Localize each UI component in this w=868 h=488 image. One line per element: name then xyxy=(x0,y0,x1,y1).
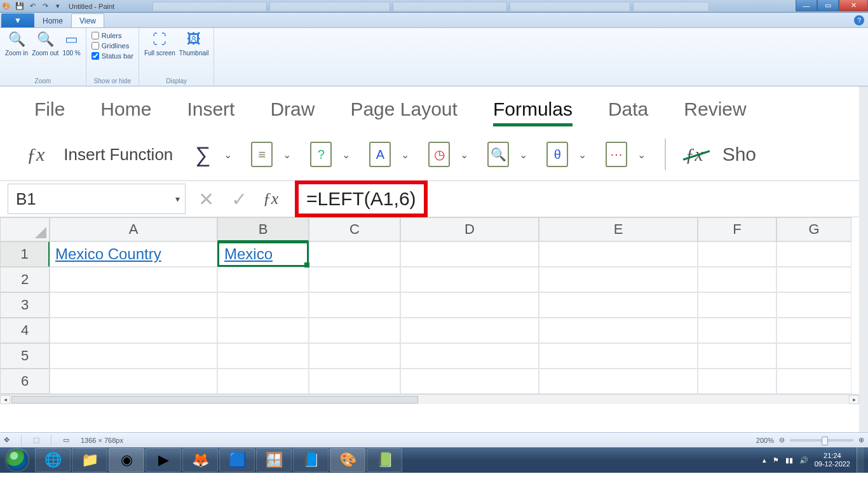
cell-a1[interactable]: Mexico Country xyxy=(50,241,217,267)
taskbar-word[interactable]: 📘 xyxy=(293,448,329,472)
taskbar-chrome[interactable]: ◉ xyxy=(109,448,144,472)
cell-d1[interactable] xyxy=(400,241,539,267)
tab-draw[interactable]: Draw xyxy=(270,98,315,120)
col-header-g[interactable]: G xyxy=(776,217,851,241)
fx-icon[interactable]: ƒx xyxy=(255,181,286,217)
chevron-down-icon[interactable]: ⌄ xyxy=(637,149,646,161)
cell-e1[interactable] xyxy=(539,241,698,267)
taskbar-excel[interactable]: 📗 xyxy=(367,448,402,472)
more-functions-icon[interactable]: ⋯ xyxy=(606,142,627,167)
cell[interactable] xyxy=(50,343,217,369)
cell[interactable] xyxy=(400,343,539,369)
text-icon[interactable]: A xyxy=(369,142,391,167)
cell[interactable] xyxy=(309,318,400,343)
taskbar-window[interactable]: 🪟 xyxy=(256,448,292,472)
col-header-e[interactable]: E xyxy=(539,217,698,241)
thumbnail-button[interactable]: 🖼Thumbnail xyxy=(179,30,209,57)
cell[interactable] xyxy=(400,369,539,394)
cell[interactable] xyxy=(539,369,698,394)
taskbar-app[interactable]: 🟦 xyxy=(219,448,255,472)
lookup-icon[interactable]: 🔍 xyxy=(487,142,509,167)
cell[interactable] xyxy=(50,369,217,394)
taskbar-paint[interactable]: 🎨 xyxy=(330,448,365,472)
cell[interactable] xyxy=(539,292,698,318)
cell-g1[interactable] xyxy=(776,241,851,267)
fullscreen-button[interactable]: ⛶Full screen xyxy=(144,30,175,57)
taskbar-firefox[interactable]: 🦊 xyxy=(182,448,218,472)
tab-page-layout[interactable]: Page Layout xyxy=(350,98,457,120)
chevron-down-icon[interactable]: ⌄ xyxy=(283,149,291,161)
row-header-6[interactable]: 6 xyxy=(0,369,50,394)
logical-icon[interactable]: ? xyxy=(310,142,332,167)
cell[interactable] xyxy=(539,343,698,369)
col-header-f[interactable]: F xyxy=(698,217,776,241)
math-trig-icon[interactable]: θ xyxy=(546,142,568,167)
cell-b1[interactable]: Mexico xyxy=(217,241,309,267)
tray-clock[interactable]: 21:24 09-12-2022 xyxy=(815,452,850,468)
cell[interactable] xyxy=(50,292,217,318)
tab-review[interactable]: Review xyxy=(684,98,746,120)
cell[interactable] xyxy=(217,318,309,343)
row-header-5[interactable]: 5 xyxy=(0,343,50,369)
chevron-down-icon[interactable]: ⌄ xyxy=(401,149,409,161)
cell[interactable] xyxy=(309,292,400,318)
tab-file[interactable]: File xyxy=(34,98,65,120)
scroll-right-icon[interactable]: ▸ xyxy=(849,395,859,404)
date-time-icon[interactable]: ◷ xyxy=(428,142,450,167)
minimize-button[interactable]: — xyxy=(796,0,817,11)
cell[interactable] xyxy=(698,343,776,369)
cell[interactable] xyxy=(698,369,776,394)
tray-flag-icon[interactable]: ⚑ xyxy=(773,456,779,464)
col-header-d[interactable]: D xyxy=(400,217,539,241)
tab-insert[interactable]: Insert xyxy=(187,98,234,120)
zoom-out-button[interactable]: 🔍Zoom out xyxy=(32,30,58,57)
cell[interactable] xyxy=(539,267,698,292)
row-header-3[interactable]: 3 xyxy=(0,292,50,318)
tray-volume-icon[interactable]: 🔊 xyxy=(799,456,808,464)
zoom-100-button[interactable]: ▭100 % xyxy=(62,30,80,57)
col-header-b[interactable]: B xyxy=(217,217,309,241)
formula-bar[interactable]: =LEFT(A1,6) xyxy=(286,181,859,217)
paint-file-tab[interactable]: ▼ xyxy=(1,13,34,27)
cell[interactable] xyxy=(539,318,698,343)
show-formulas-icon[interactable]: ƒx xyxy=(685,144,703,165)
tab-formulas[interactable]: Formulas xyxy=(493,98,573,120)
row-header-4[interactable]: 4 xyxy=(0,318,50,343)
close-button[interactable]: ✕ xyxy=(839,0,868,11)
statusbar-checkbox[interactable]: Status bar xyxy=(92,51,133,61)
select-all-corner[interactable] xyxy=(0,217,50,241)
tab-data[interactable]: Data xyxy=(608,98,648,120)
accept-formula-icon[interactable]: ✓ xyxy=(222,181,255,217)
taskbar-explorer[interactable]: 📁 xyxy=(72,448,107,472)
chevron-down-icon[interactable]: ⌄ xyxy=(578,149,587,161)
excel-horizontal-scrollbar[interactable]: ◂ ▸ xyxy=(0,394,859,404)
show-formulas-label[interactable]: Sho xyxy=(722,144,756,165)
rulers-checkbox[interactable]: Rulers xyxy=(92,30,133,41)
scrollbar-thumb[interactable] xyxy=(11,396,418,403)
cell[interactable] xyxy=(309,343,400,369)
cell[interactable] xyxy=(776,369,851,394)
scroll-left-icon[interactable]: ◂ xyxy=(0,395,10,404)
chevron-down-icon[interactable]: ⌄ xyxy=(224,149,232,161)
cell[interactable] xyxy=(776,318,851,343)
taskbar-ie[interactable]: 🌐 xyxy=(35,448,71,472)
financial-icon[interactable]: ≡ xyxy=(251,142,273,167)
row-header-2[interactable]: 2 xyxy=(0,267,50,292)
undo-icon[interactable]: ↶ xyxy=(27,2,38,10)
help-icon[interactable]: ? xyxy=(854,15,864,25)
cell[interactable] xyxy=(776,292,851,318)
row-header-1[interactable]: 1 xyxy=(0,241,50,267)
cell-f1[interactable] xyxy=(698,241,776,267)
cell[interactable] xyxy=(400,318,539,343)
insert-function-button[interactable]: Insert Function xyxy=(64,145,173,165)
cell[interactable] xyxy=(400,267,539,292)
cell[interactable] xyxy=(217,292,309,318)
maximize-button[interactable]: ▭ xyxy=(817,0,839,11)
paint-view-tab[interactable]: View xyxy=(71,13,104,27)
zoom-in-button[interactable]: ⊕ xyxy=(858,436,864,444)
cell[interactable] xyxy=(50,267,217,292)
tab-home[interactable]: Home xyxy=(100,98,151,120)
cell[interactable] xyxy=(698,267,776,292)
cell[interactable] xyxy=(698,318,776,343)
start-button[interactable] xyxy=(0,447,34,473)
